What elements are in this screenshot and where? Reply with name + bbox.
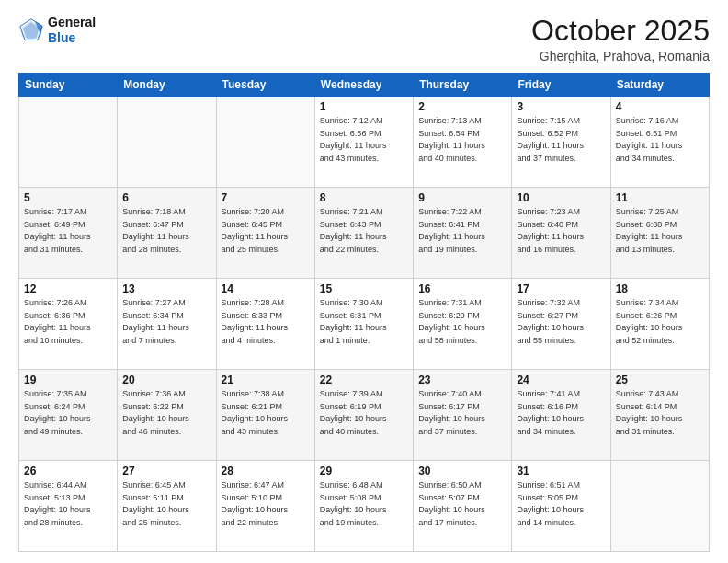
calendar-cell: 30Sunrise: 6:50 AM Sunset: 5:07 PM Dayli… [414,461,512,552]
day-number: 30 [418,465,506,477]
day-number: 10 [517,191,605,204]
calendar-cell: 3Sunrise: 7:15 AM Sunset: 6:52 PM Daylig… [512,97,610,188]
calendar-cell: 17Sunrise: 7:32 AM Sunset: 6:27 PM Dayli… [512,279,610,370]
col-header-wednesday: Wednesday [314,74,413,97]
day-number: 2 [418,100,506,113]
day-number: 24 [517,373,605,386]
calendar-cell [118,97,216,188]
day-number: 23 [418,373,506,386]
day-detail: Sunrise: 7:31 AM Sunset: 6:29 PM Dayligh… [418,297,506,347]
day-number: 11 [616,191,704,204]
calendar-cell: 31Sunrise: 6:51 AM Sunset: 5:05 PM Dayli… [512,461,610,552]
calendar-cell: 29Sunrise: 6:48 AM Sunset: 5:08 PM Dayli… [314,461,413,552]
calendar-cell: 27Sunrise: 6:45 AM Sunset: 5:11 PM Dayli… [118,461,216,552]
day-detail: Sunrise: 7:12 AM Sunset: 6:56 PM Dayligh… [320,115,408,165]
day-number: 27 [122,465,210,477]
day-detail: Sunrise: 7:23 AM Sunset: 6:40 PM Dayligh… [517,206,605,256]
day-detail: Sunrise: 7:21 AM Sunset: 6:43 PM Dayligh… [320,206,408,256]
day-detail: Sunrise: 7:28 AM Sunset: 6:33 PM Dayligh… [222,297,310,347]
day-number: 16 [418,282,506,295]
day-detail: Sunrise: 7:22 AM Sunset: 6:41 PM Dayligh… [418,206,506,256]
day-detail: Sunrise: 7:16 AM Sunset: 6:51 PM Dayligh… [616,115,704,165]
calendar-week-1: 5Sunrise: 7:17 AM Sunset: 6:49 PM Daylig… [19,188,710,279]
day-number: 9 [418,191,506,204]
day-detail: Sunrise: 7:36 AM Sunset: 6:22 PM Dayligh… [122,388,210,438]
day-number: 6 [122,191,210,204]
logo-line1: General [48,15,96,30]
day-number: 18 [616,282,704,295]
calendar-cell: 13Sunrise: 7:27 AM Sunset: 6:34 PM Dayli… [118,279,216,370]
day-number: 22 [320,373,408,386]
day-detail: Sunrise: 7:39 AM Sunset: 6:19 PM Dayligh… [320,388,408,438]
calendar-cell: 9Sunrise: 7:22 AM Sunset: 6:41 PM Daylig… [414,188,512,279]
day-number: 8 [320,191,408,204]
col-header-monday: Monday [118,74,216,97]
calendar-cell: 12Sunrise: 7:26 AM Sunset: 6:36 PM Dayli… [19,279,118,370]
calendar-cell: 25Sunrise: 7:43 AM Sunset: 6:14 PM Dayli… [610,370,709,461]
calendar-cell: 28Sunrise: 6:47 AM Sunset: 5:10 PM Dayli… [216,461,314,552]
col-header-thursday: Thursday [414,74,512,97]
calendar-cell: 23Sunrise: 7:40 AM Sunset: 6:17 PM Dayli… [414,370,512,461]
calendar-week-2: 12Sunrise: 7:26 AM Sunset: 6:36 PM Dayli… [19,279,710,370]
calendar-week-0: 1Sunrise: 7:12 AM Sunset: 6:56 PM Daylig… [19,97,710,188]
col-header-saturday: Saturday [610,74,709,97]
calendar-cell [19,97,118,188]
day-number: 19 [24,373,112,386]
day-detail: Sunrise: 6:51 AM Sunset: 5:05 PM Dayligh… [517,479,605,529]
logo-icon [18,17,44,43]
day-detail: Sunrise: 6:48 AM Sunset: 5:08 PM Dayligh… [320,479,408,529]
day-number: 15 [320,282,408,295]
calendar-cell: 7Sunrise: 7:20 AM Sunset: 6:45 PM Daylig… [216,188,314,279]
day-number: 13 [122,282,210,295]
calendar-week-3: 19Sunrise: 7:35 AM Sunset: 6:24 PM Dayli… [19,370,710,461]
day-detail: Sunrise: 7:18 AM Sunset: 6:47 PM Dayligh… [122,206,210,256]
day-number: 14 [222,282,310,295]
calendar-cell: 2Sunrise: 7:13 AM Sunset: 6:54 PM Daylig… [414,97,512,188]
day-number: 5 [24,191,112,204]
day-detail: Sunrise: 7:15 AM Sunset: 6:52 PM Dayligh… [517,115,605,165]
calendar-cell: 6Sunrise: 7:18 AM Sunset: 6:47 PM Daylig… [118,188,216,279]
day-detail: Sunrise: 7:32 AM Sunset: 6:27 PM Dayligh… [517,297,605,347]
calendar-cell: 16Sunrise: 7:31 AM Sunset: 6:29 PM Dayli… [414,279,512,370]
header: General Blue October 2025 Gherghita, Pra… [18,15,710,63]
calendar-cell: 26Sunrise: 6:44 AM Sunset: 5:13 PM Dayli… [19,461,118,552]
calendar-cell: 18Sunrise: 7:34 AM Sunset: 6:26 PM Dayli… [610,279,709,370]
month-title: October 2025 [531,15,710,47]
day-detail: Sunrise: 7:41 AM Sunset: 6:16 PM Dayligh… [517,388,605,438]
day-number: 21 [222,373,310,386]
day-detail: Sunrise: 7:17 AM Sunset: 6:49 PM Dayligh… [24,206,112,256]
day-detail: Sunrise: 7:38 AM Sunset: 6:21 PM Dayligh… [222,388,310,438]
day-number: 31 [517,465,605,477]
calendar-cell: 11Sunrise: 7:25 AM Sunset: 6:38 PM Dayli… [610,188,709,279]
day-detail: Sunrise: 6:47 AM Sunset: 5:10 PM Dayligh… [222,479,310,529]
calendar-cell: 20Sunrise: 7:36 AM Sunset: 6:22 PM Dayli… [118,370,216,461]
day-number: 17 [517,282,605,295]
calendar-cell: 24Sunrise: 7:41 AM Sunset: 6:16 PM Dayli… [512,370,610,461]
col-header-tuesday: Tuesday [216,74,314,97]
day-number: 20 [122,373,210,386]
calendar-cell: 19Sunrise: 7:35 AM Sunset: 6:24 PM Dayli… [19,370,118,461]
day-detail: Sunrise: 7:13 AM Sunset: 6:54 PM Dayligh… [418,115,506,165]
day-number: 28 [222,465,310,477]
calendar-cell: 21Sunrise: 7:38 AM Sunset: 6:21 PM Dayli… [216,370,314,461]
day-number: 12 [24,282,112,295]
calendar-week-4: 26Sunrise: 6:44 AM Sunset: 5:13 PM Dayli… [19,461,710,552]
calendar-cell: 8Sunrise: 7:21 AM Sunset: 6:43 PM Daylig… [314,188,413,279]
day-detail: Sunrise: 7:40 AM Sunset: 6:17 PM Dayligh… [418,388,506,438]
day-number: 7 [222,191,310,204]
calendar-cell: 15Sunrise: 7:30 AM Sunset: 6:31 PM Dayli… [314,279,413,370]
col-header-friday: Friday [512,74,610,97]
col-header-sunday: Sunday [19,74,118,97]
calendar-cell: 4Sunrise: 7:16 AM Sunset: 6:51 PM Daylig… [610,97,709,188]
day-number: 1 [320,100,408,113]
location: Gherghita, Prahova, Romania [531,49,710,63]
calendar-cell: 22Sunrise: 7:39 AM Sunset: 6:19 PM Dayli… [314,370,413,461]
day-detail: Sunrise: 7:43 AM Sunset: 6:14 PM Dayligh… [616,388,704,438]
logo-line2: Blue [48,30,96,46]
calendar-cell [216,97,314,188]
day-number: 29 [320,465,408,477]
day-detail: Sunrise: 7:30 AM Sunset: 6:31 PM Dayligh… [320,297,408,347]
day-detail: Sunrise: 6:44 AM Sunset: 5:13 PM Dayligh… [24,479,112,529]
day-detail: Sunrise: 6:45 AM Sunset: 5:11 PM Dayligh… [122,479,210,529]
logo-text-block: General Blue [48,15,96,46]
